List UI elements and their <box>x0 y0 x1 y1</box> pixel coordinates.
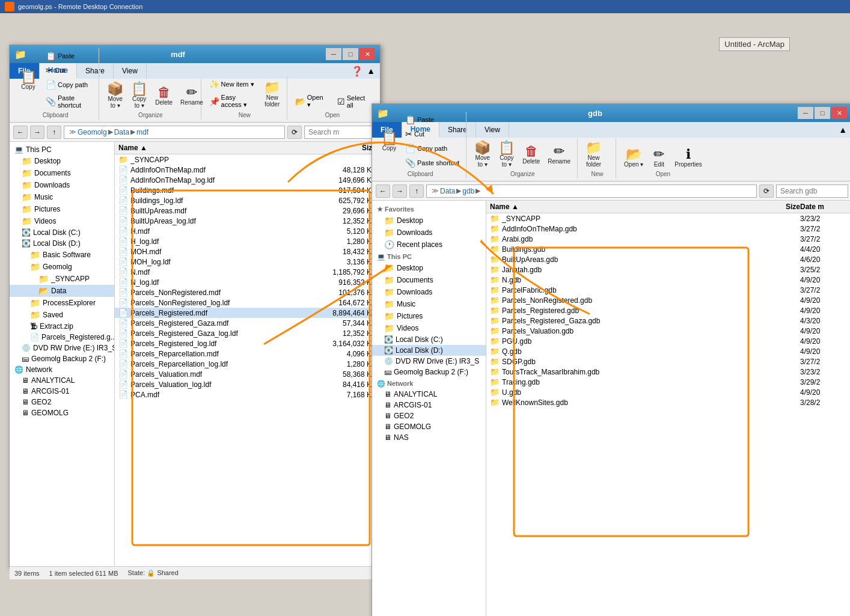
table-row[interactable]: 📄 MOH.mdf 18,432 KB <box>115 246 380 257</box>
table-row[interactable]: 📁 ToursTrack_MasarIbrahim.gdb 3/23/2 <box>486 367 850 377</box>
table-row[interactable]: 📄 Parcels_Valuation_log.ldf 84,416 KB <box>115 379 380 389</box>
mdf-forward-button[interactable]: → <box>30 126 44 139</box>
sidebar-item-backup[interactable]: 🖴 Geomolg Backup 2 (F:) <box>10 353 114 364</box>
table-row[interactable]: 📁 Parcels_Registered_Gaza.gdb 4/3/20 <box>486 316 850 326</box>
table-row[interactable]: 📁 Parcels_Registered.gdb 4/9/20 <box>486 305 850 316</box>
sidebar-item-thispc[interactable]: 💻 This PC <box>10 144 114 155</box>
gdb-refresh-button[interactable]: ⟳ <box>759 184 774 198</box>
gdb-delete-button[interactable]: 🗑 Delete <box>519 143 543 166</box>
sidebar-item-diskd[interactable]: 💽 Local Disk (D:) <box>10 238 114 249</box>
table-row[interactable]: 📁 WellKnownSites.gdb 3/28/2 <box>486 397 850 407</box>
mdf-easy-access-button[interactable]: 📌 Easy access ▾ <box>206 92 260 111</box>
mdf-ribbon-collapse-icon[interactable]: ▲ <box>367 66 375 76</box>
gdb-edit-button[interactable]: ✏ Edit <box>648 146 670 169</box>
mdf-maximize-button[interactable]: □ <box>343 48 358 60</box>
sidebar-item-pictures[interactable]: 📁 Pictures <box>10 203 114 215</box>
table-row[interactable]: 📄 Parcels_Registered.mdf 8,894,464 KB <box>115 308 380 318</box>
sidebar-item-geomolg[interactable]: 📁 Geomolg <box>10 261 114 273</box>
table-row[interactable]: 📄 N.mdf 1,185,792 KB <box>115 267 380 277</box>
sidebar-item-syncapp[interactable]: 📁 _SYNCAPP <box>10 273 114 285</box>
gdb-paste-button[interactable]: 📋 Paste <box>402 113 462 126</box>
gdb-sidebar-downloads2[interactable]: 📁 Downloads <box>372 286 486 298</box>
table-row[interactable]: 📄 Parcels_NonRegistered_log.ldf 164,672 … <box>115 297 380 308</box>
gdb-copyto-button[interactable]: 📋 Copyto ▾ <box>495 139 518 169</box>
mdf-refresh-button[interactable]: ⟳ <box>287 126 302 139</box>
sidebar-item-music[interactable]: 📁 Music <box>10 191 114 203</box>
gdb-sidebar-pictures[interactable]: 📁 Pictures <box>372 310 486 322</box>
mdf-copyto-button[interactable]: 📋 Copyto ▾ <box>128 81 150 111</box>
mdf-select-all-button[interactable]: ☑ Select all <box>334 93 373 111</box>
gdb-sidebar-nas[interactable]: 🖥 NAS <box>372 432 486 443</box>
table-row[interactable]: 📄 Parcels_Reparcellation.mdf 4,096 KB <box>115 349 380 359</box>
table-row[interactable]: 📄 Parcels_Valuation.mdf 58,368 KB <box>115 369 380 379</box>
gdb-sidebar-desktop2[interactable]: 📁 Desktop <box>372 262 486 274</box>
table-row[interactable]: 📄 H.mdf 5,120 KB <box>115 226 380 236</box>
sidebar-item-network[interactable]: 🌐 Network <box>10 364 114 375</box>
mdf-paste-shortcut-button[interactable]: 📎 Paste shortcut <box>43 93 95 111</box>
mdf-paste-button[interactable]: 📋 Paste <box>43 49 95 63</box>
table-row[interactable]: 📁 Q.gdb 4/9/20 <box>486 346 850 356</box>
table-row[interactable]: 📄 H_log.ldf 1,280 KB <box>115 236 380 246</box>
gdb-col-size[interactable]: Size <box>746 203 800 211</box>
mdf-help-icon[interactable]: ❓ <box>351 66 363 77</box>
table-row[interactable]: 📄 AddInfoOnTheMap.mdf 48,128 KB <box>115 165 380 175</box>
sidebar-item-saved[interactable]: 📁 Saved <box>10 309 114 321</box>
gdb-forward-button[interactable]: → <box>393 184 407 198</box>
gdb-sidebar-diskc[interactable]: 💽 Local Disk (C:) <box>372 334 486 345</box>
sidebar-item-diskc[interactable]: 💽 Local Disk (C:) <box>10 227 114 238</box>
gdb-sidebar-recent[interactable]: 🕐 Recent places <box>372 239 486 251</box>
sidebar-item-arcgis01[interactable]: 🖥 ARCGIS-01 <box>10 386 114 397</box>
mdf-col-name[interactable]: Name ▲ <box>118 144 322 152</box>
gdb-path-gdb[interactable]: gdb <box>462 187 474 195</box>
mdf-path-data[interactable]: Data <box>114 128 129 136</box>
mdf-copy-button[interactable]: 📋 Copy <box>16 69 41 92</box>
gdb-moveto-button[interactable]: 📦 Moveto ▾ <box>471 139 494 169</box>
sidebar-item-dvd[interactable]: 💿 DVD RW Drive (E:) IR3_S <box>10 343 114 353</box>
table-row[interactable]: 📄 BuiltUpAreas_log.ldf 12,352 KB <box>115 216 380 226</box>
sidebar-item-parcels-registered[interactable]: 📄 Parcels_Registered.g... <box>10 332 114 343</box>
table-row[interactable]: 📁 Arabi.gdb 3/27/2 <box>486 234 850 244</box>
mdf-cut-button[interactable]: ✂ Cut <box>43 64 95 77</box>
sidebar-item-geo2[interactable]: 🖥 GEO2 <box>10 397 114 407</box>
table-row[interactable]: 📄 Parcels_Reparcellation_log.ldf 1,280 K… <box>115 359 380 369</box>
gdb-new-folder-button[interactable]: 📁 Newfolder <box>582 139 605 169</box>
gdb-sidebar-dvd[interactable]: 💿 DVD RW Drive (E:) IR3_S <box>372 356 486 367</box>
gdb-sidebar-documents[interactable]: 📁 Documents <box>372 274 486 286</box>
table-row[interactable]: 📁 U.gdb 4/9/20 <box>486 387 850 397</box>
gdb-back-button[interactable]: ← <box>376 184 390 198</box>
gdb-col-name[interactable]: Name ▲ <box>490 203 746 211</box>
mdf-tab-view[interactable]: View <box>114 63 147 79</box>
table-row[interactable]: 📁 Buildings.gdb 4/4/20 <box>486 244 850 254</box>
gdb-copy-button[interactable]: 📋 Copy <box>378 130 400 153</box>
gdb-minimize-button[interactable]: ─ <box>798 107 813 119</box>
sidebar-item-videos[interactable]: 📁 Videos <box>10 215 114 227</box>
mdf-path-geomolg[interactable]: Geomolg <box>78 128 107 136</box>
gdb-sidebar-desktop[interactable]: 📁 Desktop <box>372 215 486 227</box>
gdb-copy-path-button[interactable]: 📄 Copy path <box>402 142 462 155</box>
sidebar-item-desktop[interactable]: 📁 Desktop <box>10 155 114 167</box>
mdf-moveto-button[interactable]: 📦 Moveto ▾ <box>104 81 126 111</box>
mdf-address-path[interactable]: ≫ Geomolg ▶ Data ▶ mdf <box>64 126 285 139</box>
table-row[interactable]: 📁 BuiltUpAreas.gdb 4/6/20 <box>486 254 850 264</box>
table-row[interactable]: 📄 PCA.mdf 7,168 KB <box>115 389 380 400</box>
gdb-up-button[interactable]: ↑ <box>409 184 424 198</box>
table-row[interactable]: 📁 AddInfoOnTheMap.gdb 3/27/2 <box>486 224 850 234</box>
table-row[interactable]: 📁 Parcels_Valuation.gdb 4/9/20 <box>486 326 850 336</box>
gdb-sidebar-downloads[interactable]: 📁 Downloads <box>372 227 486 239</box>
table-row[interactable]: 📁 Tracing.gdb 3/29/2 <box>486 377 850 387</box>
mdf-new-folder-button[interactable]: 📁 Newfolder <box>261 79 283 109</box>
gdb-path-data[interactable]: Data <box>440 187 455 195</box>
mdf-search-input[interactable] <box>304 126 376 139</box>
sidebar-item-documents[interactable]: 📁 Documents <box>10 167 114 179</box>
gdb-sidebar-arcgis01[interactable]: 🖥 ARCGIS-01 <box>372 400 486 410</box>
table-row[interactable]: 📄 BuiltUpAreas.mdf 29,696 KB <box>115 206 380 216</box>
mdf-minimize-button[interactable]: ─ <box>326 48 341 60</box>
mdf-close-button[interactable]: ✕ <box>359 48 375 60</box>
gdb-properties-button[interactable]: ℹ Properties <box>671 146 705 169</box>
table-row[interactable]: 📁 N.gdb 4/9/20 <box>486 275 850 285</box>
table-row[interactable]: 📄 Parcels_Registered_Gaza.mdf 57,344 KB <box>115 318 380 328</box>
gdb-address-path[interactable]: ≫ Data ▶ gdb ▶ <box>426 184 757 198</box>
mdf-new-item-button[interactable]: ✨ New item ▾ <box>206 78 260 91</box>
table-row[interactable]: 📁 _SYNCAPP 3/23/2 <box>486 213 850 224</box>
gdb-close-button[interactable]: ✕ <box>831 107 847 119</box>
